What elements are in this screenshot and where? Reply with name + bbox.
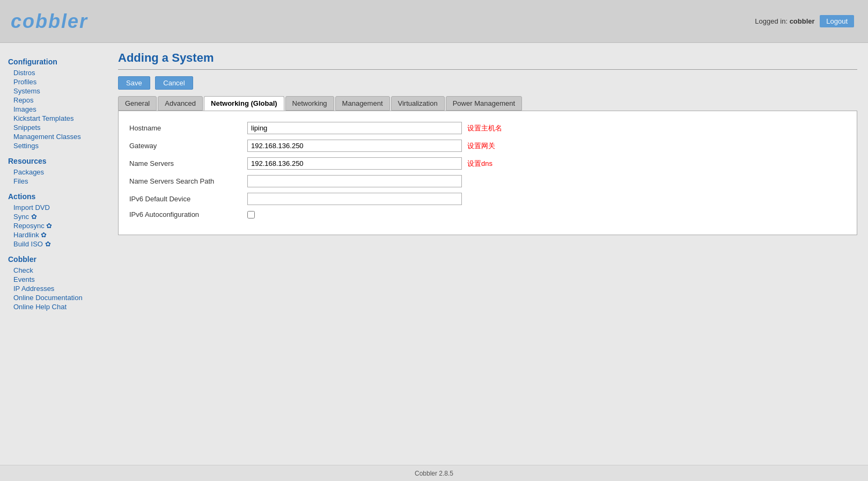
tab-general[interactable]: General	[118, 96, 157, 111]
ipv6-default-device-label: IPv6 Default Device	[129, 195, 247, 203]
tab-advanced[interactable]: Advanced	[158, 96, 203, 111]
gateway-row: Gateway 设置网关	[129, 140, 846, 152]
sidebar-item-hardlink[interactable]: Hardlink ✿	[8, 230, 99, 239]
footer: Cobbler 2.8.5	[0, 465, 868, 481]
sidebar-item-images[interactable]: Images	[8, 105, 99, 114]
sidebar-item-build-iso[interactable]: Build ISO ✿	[8, 239, 99, 249]
name-servers-search-path-row: Name Servers Search Path	[129, 175, 846, 187]
gateway-input[interactable]	[247, 140, 462, 152]
configuration-section-title: Configuration	[8, 57, 99, 66]
sidebar-item-management-classes[interactable]: Management Classes	[8, 132, 99, 141]
layout: Configuration Distros Profiles Systems R…	[0, 43, 868, 465]
actions-section-title: Actions	[8, 192, 99, 201]
sidebar-item-files[interactable]: Files	[8, 177, 99, 186]
sidebar-item-import-dvd[interactable]: Import DVD	[8, 203, 99, 212]
tab-power-management[interactable]: Power Management	[446, 96, 522, 111]
gateway-annotation: 设置网关	[467, 141, 495, 151]
ipv6-autoconfig-label: IPv6 Autoconfiguration	[129, 210, 247, 218]
footer-version: Cobbler 2.8.5	[415, 470, 453, 477]
login-area: Logged in: cobbler Logout	[755, 15, 857, 27]
logo: cobbler	[11, 10, 88, 33]
hostname-row: Hostname 设置主机名	[129, 122, 846, 134]
sidebar-item-check[interactable]: Check	[8, 266, 99, 275]
cobbler-section-title: Cobbler	[8, 255, 99, 264]
sidebar-item-packages[interactable]: Packages	[8, 167, 99, 177]
name-servers-row: Name Servers 设置dns	[129, 157, 846, 170]
tab-networking-global[interactable]: Networking (Global)	[204, 96, 284, 111]
cancel-button[interactable]: Cancel	[155, 76, 193, 90]
sidebar-item-sync[interactable]: Sync ✿	[8, 212, 99, 221]
sidebar-item-events[interactable]: Events	[8, 275, 99, 284]
header: cobbler Logged in: cobbler Logout	[0, 0, 868, 43]
sidebar-item-online-help-chat[interactable]: Online Help Chat	[8, 302, 99, 311]
sidebar-item-distros[interactable]: Distros	[8, 68, 99, 77]
name-servers-search-path-input[interactable]	[247, 175, 462, 187]
sidebar-item-systems[interactable]: Systems	[8, 86, 99, 96]
save-button[interactable]: Save	[118, 76, 150, 90]
ipv6-autoconfig-row: IPv6 Autoconfiguration	[129, 210, 846, 218]
name-servers-search-path-label: Name Servers Search Path	[129, 177, 247, 185]
sidebar-item-snippets[interactable]: Snippets	[8, 123, 99, 132]
ipv6-autoconfig-checkbox[interactable]	[247, 211, 255, 218]
resources-section-title: Resources	[8, 157, 99, 165]
ipv6-default-device-row: IPv6 Default Device	[129, 193, 846, 205]
tab-management[interactable]: Management	[335, 96, 390, 111]
tab-networking[interactable]: Networking	[285, 96, 334, 111]
title-divider	[118, 69, 857, 70]
logged-in-label: Logged in:	[755, 17, 788, 25]
name-servers-annotation: 设置dns	[467, 159, 492, 169]
action-buttons: Save Cancel	[118, 76, 857, 90]
username: cobbler	[790, 17, 815, 25]
sidebar-item-settings[interactable]: Settings	[8, 141, 99, 150]
gateway-label: Gateway	[129, 142, 247, 150]
name-servers-label: Name Servers	[129, 159, 247, 167]
sidebar-item-kickstart-templates[interactable]: Kickstart Templates	[8, 114, 99, 123]
hostname-annotation: 设置主机名	[467, 123, 502, 133]
hostname-label: Hostname	[129, 124, 247, 132]
sidebar-item-online-documentation[interactable]: Online Documentation	[8, 293, 99, 302]
main-content: Adding a System Save Cancel General Adva…	[107, 43, 868, 465]
sidebar: Configuration Distros Profiles Systems R…	[0, 43, 107, 465]
hostname-input[interactable]	[247, 122, 462, 134]
name-servers-input[interactable]	[247, 157, 462, 170]
sidebar-item-profiles[interactable]: Profiles	[8, 77, 99, 86]
sidebar-item-ip-addresses[interactable]: IP Addresses	[8, 284, 99, 293]
sidebar-item-reposync[interactable]: Reposync ✿	[8, 221, 99, 230]
form-panel: Hostname 设置主机名 Gateway 设置网关 Name Servers…	[118, 111, 857, 235]
ipv6-default-device-input[interactable]	[247, 193, 462, 205]
page-title: Adding a System	[118, 51, 857, 65]
logout-button[interactable]: Logout	[820, 15, 854, 27]
sidebar-item-repos[interactable]: Repos	[8, 96, 99, 105]
tab-virtualization[interactable]: Virtualization	[391, 96, 445, 111]
tabs: General Advanced Networking (Global) Net…	[118, 96, 857, 111]
